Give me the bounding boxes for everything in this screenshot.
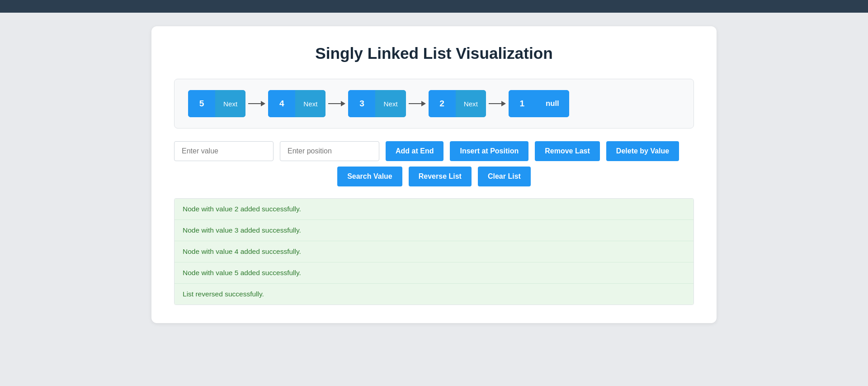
node-next-4: Next bbox=[456, 90, 486, 117]
node-group-4: 2 Next bbox=[429, 90, 486, 117]
position-input[interactable] bbox=[280, 141, 379, 161]
arrow-1 bbox=[248, 101, 265, 106]
node-next-1: Next bbox=[215, 90, 245, 117]
node-value-2: 4 bbox=[268, 90, 295, 117]
value-input[interactable] bbox=[174, 141, 274, 161]
node-box-2: 4 Next bbox=[268, 90, 326, 117]
node-box-4: 2 Next bbox=[429, 90, 486, 117]
controls-row1: Add at End Insert at Position Remove Las… bbox=[174, 141, 694, 161]
controls-row2: Search Value Reverse List Clear List bbox=[174, 167, 694, 186]
node-value-5: 1 bbox=[509, 90, 536, 117]
node-value-4: 2 bbox=[429, 90, 456, 117]
log-area[interactable]: Node with value 2 added successfully.Nod… bbox=[174, 198, 694, 305]
remove-last-button[interactable]: Remove Last bbox=[535, 141, 600, 161]
main-card: Singly Linked List Visualization 5 Next … bbox=[151, 26, 717, 323]
log-entry: Node with value 5 added successfully. bbox=[175, 262, 693, 284]
page-wrapper: Singly Linked List Visualization 5 Next … bbox=[0, 13, 868, 337]
node-next-2: Next bbox=[295, 90, 326, 117]
node-group-3: 3 Next bbox=[348, 90, 406, 117]
arrow-3 bbox=[409, 101, 426, 106]
log-entry: Node with value 4 added successfully. bbox=[175, 241, 693, 262]
node-value-3: 3 bbox=[348, 90, 375, 117]
insert-at-position-button[interactable]: Insert at Position bbox=[450, 141, 528, 161]
node-box-3: 3 Next bbox=[348, 90, 406, 117]
node-group-1: 5 Next bbox=[188, 90, 245, 117]
list-visualization: 5 Next 4 Next 3 Next 2 bbox=[174, 79, 694, 129]
clear-list-button[interactable]: Clear List bbox=[478, 167, 531, 186]
search-value-button[interactable]: Search Value bbox=[337, 167, 402, 186]
node-value-1: 5 bbox=[188, 90, 215, 117]
top-bar bbox=[0, 0, 868, 13]
node-next-3: Next bbox=[375, 90, 406, 117]
node-box-1: 5 Next bbox=[188, 90, 245, 117]
reverse-list-button[interactable]: Reverse List bbox=[409, 167, 472, 186]
log-entry: List reversed successfully. bbox=[175, 284, 693, 305]
node-group-2: 4 Next bbox=[268, 90, 326, 117]
arrow-2 bbox=[328, 101, 345, 106]
log-entry: Node with value 2 added successfully. bbox=[175, 199, 693, 220]
node-group-5: 1 null bbox=[509, 90, 569, 117]
delete-by-value-button[interactable]: Delete by Value bbox=[606, 141, 679, 161]
add-at-end-button[interactable]: Add at End bbox=[386, 141, 443, 161]
arrow-4 bbox=[489, 101, 506, 106]
node-box-5: 1 null bbox=[509, 90, 569, 117]
page-title: Singly Linked List Visualization bbox=[174, 44, 694, 62]
log-entry: Node with value 3 added successfully. bbox=[175, 220, 693, 241]
node-null-5: null bbox=[536, 90, 569, 117]
